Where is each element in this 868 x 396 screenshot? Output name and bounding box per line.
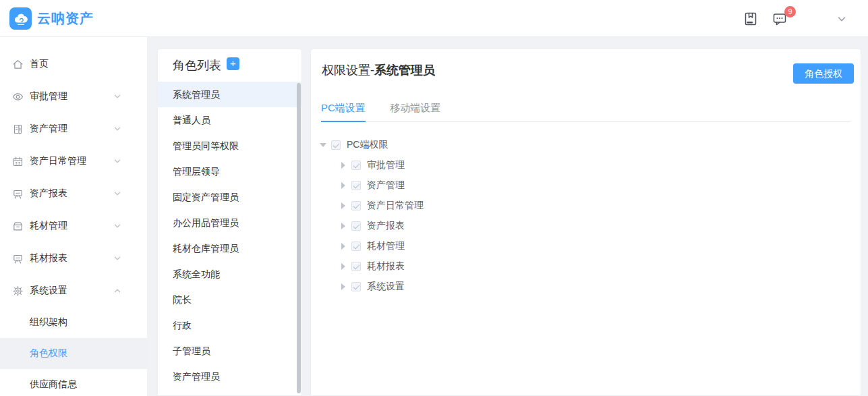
sidebar-subitem-supplier-info[interactable]: 供应商信息: [0, 369, 147, 396]
chevron-down-icon: [113, 190, 121, 198]
sidebar-item-approval[interactable]: 审批管理: [0, 80, 147, 113]
sidebar-item-consumable-report[interactable]: 耗材报表: [0, 242, 147, 275]
checkbox-checked[interactable]: [351, 161, 361, 170]
board-icon: [12, 253, 24, 264]
sidebar-item-label: 资产管理: [30, 123, 67, 135]
sidebar-item-system-settings[interactable]: 系统设置: [0, 275, 147, 307]
tree-node-label: 耗材报表: [367, 260, 405, 273]
box-icon: [12, 221, 24, 232]
checkbox-checked[interactable]: [351, 221, 361, 231]
tree-node[interactable]: 系统设置: [311, 277, 861, 297]
tree-node-root[interactable]: PC端权限: [311, 135, 861, 155]
user-menu-chevron-down-icon[interactable]: [836, 13, 847, 24]
chevron-up-icon: [113, 287, 121, 295]
role-item[interactable]: 资产管理员: [158, 364, 301, 389]
role-item[interactable]: 管理员同等权限: [158, 133, 301, 159]
sidebar-item-label: 资产报表: [30, 188, 67, 200]
role-item[interactable]: 子管理员: [158, 338, 301, 364]
expand-arrow-icon[interactable]: [339, 181, 347, 190]
calendar-icon: [12, 156, 24, 167]
sidebar-item-label: 审批管理: [30, 90, 67, 103]
sidebar-item-label: 系统设置: [30, 285, 67, 297]
tree-node[interactable]: 耗材管理: [311, 236, 861, 256]
tree-node[interactable]: 资产管理: [311, 175, 861, 196]
role-item[interactable]: 系统全功能: [158, 261, 301, 287]
sidebar-subitem-organization[interactable]: 组织架构: [0, 307, 147, 338]
role-item[interactable]: 系统管理员: [158, 82, 301, 107]
tree-node-label: 耗材管理: [367, 240, 405, 252]
sidebar-item-label: 资产日常管理: [30, 155, 86, 167]
sidebar-subitem-label: 供应商信息: [30, 378, 77, 391]
role-list-scrollbar[interactable]: [297, 83, 301, 393]
page-title-prefix: 权限设置-: [322, 63, 374, 77]
sidebar-item-asset-daily[interactable]: 资产日常管理: [0, 145, 147, 177]
chevron-down-icon: [113, 157, 121, 165]
sidebar-item-label: 首页: [30, 58, 49, 70]
expand-arrow-icon[interactable]: [339, 161, 347, 169]
expand-arrow-icon[interactable]: [339, 283, 347, 291]
expand-arrow-icon[interactable]: [339, 222, 347, 230]
tree-node[interactable]: 资产报表: [311, 216, 861, 236]
chevron-down-icon: [113, 222, 121, 230]
expand-arrow-icon[interactable]: [339, 242, 347, 250]
gear-icon: [12, 285, 24, 297]
sidebar-subitem-label: 角色权限: [30, 347, 67, 360]
tree-node-label: 资产管理: [367, 179, 405, 192]
chevron-down-icon: [113, 92, 121, 101]
message-count-badge: 9: [784, 6, 796, 18]
manual-book-icon[interactable]: [743, 11, 759, 27]
sidebar-item-home[interactable]: 首页: [0, 48, 147, 80]
page-title-role: 系统管理员: [374, 63, 435, 77]
board-icon: [12, 188, 24, 200]
expand-arrow-icon[interactable]: [339, 262, 347, 271]
role-item[interactable]: 办公用品管理员: [158, 210, 301, 235]
sidebar-item-label: 耗材报表: [30, 252, 67, 264]
tree-node-label: 资产报表: [367, 220, 405, 232]
role-item[interactable]: 普通人员: [158, 107, 301, 133]
add-role-button[interactable]: +: [227, 57, 239, 70]
expand-arrow-icon[interactable]: [339, 202, 347, 210]
tab-pc-settings[interactable]: PC端设置: [321, 95, 366, 122]
tree-node-label: 系统设置: [367, 281, 405, 293]
messages-icon[interactable]: 9: [772, 11, 788, 27]
checkbox-checked[interactable]: [351, 262, 361, 271]
tree-node-label: 审批管理: [367, 159, 405, 171]
checkbox-checked[interactable]: [351, 181, 361, 190]
checkbox-checked[interactable]: [351, 282, 361, 291]
role-item[interactable]: 院长: [158, 287, 301, 312]
role-item[interactable]: 行政: [158, 312, 301, 338]
cabinet-icon: [12, 123, 24, 135]
brand-logo-icon: [9, 7, 32, 30]
tree-node-label: 资产日常管理: [367, 200, 424, 212]
chevron-down-icon: [113, 125, 121, 133]
settings-tabs: PC端设置 移动端设置: [321, 95, 850, 122]
tree-node[interactable]: 资产日常管理: [311, 196, 861, 216]
brand[interactable]: 云呐资产: [9, 7, 94, 30]
sidebar-item-asset-report[interactable]: 资产报表: [0, 177, 147, 210]
role-list-header: 角色列表 +: [158, 49, 301, 82]
tree-node[interactable]: 审批管理: [311, 155, 861, 175]
chevron-down-icon: [113, 254, 121, 262]
home-icon: [12, 59, 24, 70]
eye-icon: [12, 91, 24, 103]
sidebar-item-consumables[interactable]: 耗材管理: [0, 210, 147, 242]
permission-panel: 权限设置-系统管理员 角色授权 PC端设置 移动端设置 PC端权限 审批管理 资…: [310, 49, 861, 396]
checkbox-checked[interactable]: [331, 140, 341, 150]
collapse-arrow-icon[interactable]: [319, 141, 327, 149]
role-item[interactable]: 耗材仓库管理员: [158, 235, 301, 261]
role-authorize-button[interactable]: 角色授权: [793, 63, 854, 84]
sidebar-item-label: 耗材管理: [30, 220, 67, 232]
sidebar-item-assets[interactable]: 资产管理: [0, 113, 147, 145]
role-item[interactable]: 固定资产管理员: [158, 184, 301, 210]
tree-node[interactable]: 耗材报表: [311, 256, 861, 277]
role-list-panel: 角色列表 + 系统管理员 普通人员 管理员同等权限 管理层领导 固定资产管理员 …: [157, 49, 302, 396]
role-item[interactable]: 管理层领导: [158, 159, 301, 184]
checkbox-checked[interactable]: [351, 242, 361, 251]
role-list-title: 角色列表: [173, 57, 221, 74]
checkbox-checked[interactable]: [351, 201, 361, 210]
tree-node-label: PC端权限: [347, 139, 388, 151]
sidebar-subitem-label: 组织架构: [30, 316, 67, 329]
tab-mobile-settings[interactable]: 移动端设置: [390, 95, 440, 122]
page-title: 权限设置-系统管理员: [322, 62, 435, 78]
sidebar-subitem-role-permissions[interactable]: 角色权限: [0, 338, 147, 369]
